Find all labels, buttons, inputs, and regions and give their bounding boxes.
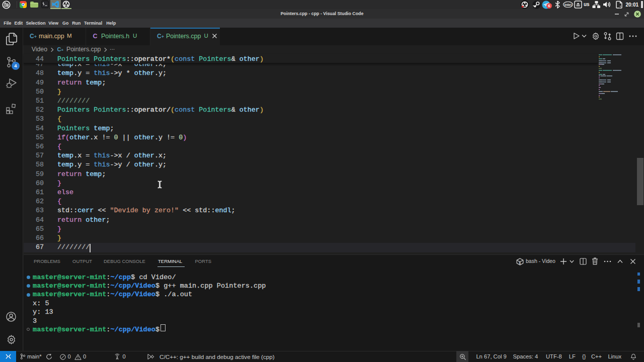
svg-text:intel: intel (565, 3, 572, 7)
svg-text:$: $ (519, 261, 521, 265)
svg-text:6: 6 (548, 4, 550, 8)
